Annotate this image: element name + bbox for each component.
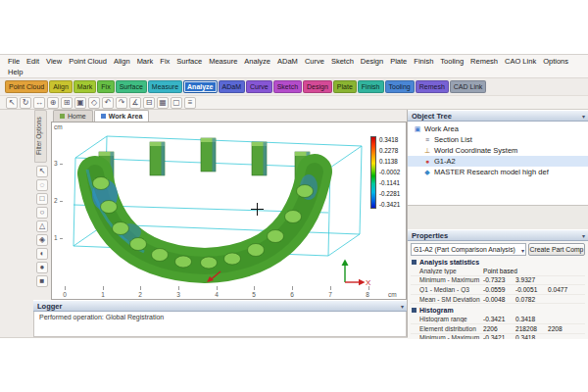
measure-icon[interactable]: ∡ (129, 97, 141, 109)
tab-home[interactable]: Home (53, 110, 93, 122)
undo-icon[interactable]: ↶ (102, 97, 114, 109)
analysis-selector[interactable]: G1-A2 (Part Comparison Analysis) ▾ (411, 243, 526, 256)
ribbon-tab-plate[interactable]: Plate (333, 80, 357, 93)
menu-plate[interactable]: Plate (389, 57, 408, 66)
ribbon-tab-point-cloud[interactable]: Point Cloud (5, 80, 48, 93)
grid-icon[interactable]: ▦ (157, 97, 169, 109)
settings-icon[interactable]: ≡ (184, 97, 196, 109)
collapse-caret-icon[interactable]: ▾ (582, 112, 585, 122)
menu-surface[interactable]: Surface (175, 57, 203, 66)
clear-select-icon[interactable]: ■ (36, 275, 48, 287)
ribbon-tab-curve[interactable]: Curve (246, 80, 272, 93)
menu-analyze[interactable]: Analyze (243, 57, 271, 66)
menu-align[interactable]: Align (113, 57, 131, 66)
property-row: Histogram range -0.3421 0.3418 (411, 315, 585, 324)
rotate-view-icon[interactable]: ↻ (20, 97, 31, 109)
zoom-fit-icon[interactable]: ⊞ (61, 97, 73, 109)
menu-point-cloud[interactable]: Point Cloud (68, 57, 108, 66)
crosshair-cursor (251, 203, 264, 216)
section-bullet-icon (412, 260, 416, 265)
tree-item-section-list[interactable]: ≡ Section List (408, 134, 588, 145)
paint-select-icon[interactable]: ◈ (36, 234, 48, 246)
menubar-row-2: Help (7, 67, 581, 77)
ribbon-tab-align[interactable]: Align (49, 80, 73, 93)
property-row: Minimum - Maximum -0.7323 3.9327 (411, 276, 585, 286)
logger-header[interactable]: Logger ▾ (33, 300, 407, 312)
ribbon-tab-finish[interactable]: Finish (358, 80, 384, 93)
invert-select-icon[interactable]: ◐ (36, 248, 48, 260)
menu-curve[interactable]: Curve (304, 57, 325, 66)
menu-adam[interactable]: ADaM (276, 57, 299, 66)
home-tab-icon (60, 114, 65, 119)
menu-measure[interactable]: Measure (208, 57, 238, 66)
ribbon-tab-measure[interactable]: Measure (148, 80, 182, 93)
menu-design[interactable]: Design (360, 57, 384, 66)
menu-help[interactable]: Help (7, 68, 24, 76)
menu-sketch[interactable]: Sketch (330, 57, 355, 66)
property-value: 2208 (548, 325, 580, 332)
menu-cao-link[interactable]: CAO Link (504, 57, 537, 66)
ribbon-tab-remesh[interactable]: Remesh (416, 80, 449, 93)
filter-options-tab[interactable]: Filter Options (34, 110, 47, 163)
menu-tooling[interactable]: Tooling (439, 57, 465, 66)
tree-item-world-coordinate-system[interactable]: ⊥ World Coordinate System (408, 145, 588, 156)
ribbon-tab-surface[interactable]: Surface (116, 80, 147, 93)
capture-icon[interactable]: ▢ (171, 97, 182, 109)
ribbon-tab-fix[interactable]: Fix (97, 80, 114, 93)
model-canvas[interactable]: cm 3 2 1 0 1 2 3 4 5 6 7 8 cm (51, 122, 407, 300)
ribbon-tab-cad-link[interactable]: CAD Link (450, 80, 487, 93)
menubar-row-1: File Edit View Point Cloud Align Mark Fi… (7, 56, 581, 67)
ribbon-tab-design[interactable]: Design (303, 80, 332, 93)
orientation-axes: X (336, 258, 371, 287)
ribbon-tab-adam[interactable]: ADaM (219, 80, 245, 93)
tree-item-work-area[interactable]: ▣ Work Area (408, 123, 588, 134)
view-front-icon[interactable]: ▣ (74, 97, 86, 109)
polygon-select-icon[interactable]: △ (36, 220, 48, 232)
coordinate-system-icon: ⊥ (423, 147, 431, 155)
legend-value: -0.0002 (379, 167, 400, 177)
circle-select-icon[interactable]: ○ (36, 207, 48, 219)
grow-select-icon[interactable]: ● (36, 262, 48, 273)
select-tool-icon[interactable]: ↖ (6, 97, 18, 109)
main-area: Filter Options ↖ ◌ □ ○ △ ◈ ◐ ● ■ (0, 110, 588, 337)
object-tree-header[interactable]: Object Tree ▾ (408, 110, 588, 122)
ruler-unit-top: cm (54, 123, 63, 130)
collapse-caret-icon[interactable]: ▾ (582, 231, 585, 242)
menu-mark[interactable]: Mark (136, 57, 155, 66)
dental-model[interactable] (66, 130, 369, 287)
tree-item-master-model[interactable]: ◆ MASTER Research model high def (408, 167, 588, 177)
properties-title: Properties (412, 231, 448, 240)
menu-fix[interactable]: Fix (159, 57, 171, 66)
tree-item-g1-a2[interactable]: ● G1-A2 (408, 156, 588, 167)
zoom-icon[interactable]: ⊕ (47, 97, 59, 109)
menu-options[interactable]: Options (542, 57, 569, 66)
analysis-statistics-section-title: Analysis statistics (412, 259, 585, 266)
section-icon[interactable]: ⊟ (143, 97, 155, 109)
rect-select-icon[interactable]: □ (36, 193, 48, 205)
property-row: Analyze type Point based (411, 267, 585, 276)
ribbon-tab-sketch[interactable]: Sketch (273, 80, 302, 93)
property-value: -0.0559 (483, 286, 515, 293)
ribbon-tab-analyze[interactable]: Analyze (183, 80, 217, 93)
lasso-select-icon[interactable]: ◌ (36, 179, 48, 191)
pan-view-icon[interactable]: ↔ (33, 97, 45, 109)
legend-value: 0.3418 (379, 134, 400, 145)
view-iso-icon[interactable]: ◇ (88, 97, 100, 109)
ribbon-tab-tooling[interactable]: Tooling (385, 80, 415, 93)
tab-work-area[interactable]: Work Area (94, 110, 150, 122)
section-list-icon: ≡ (423, 136, 431, 143)
select-cursor-icon[interactable]: ↖ (36, 166, 48, 177)
menu-finish[interactable]: Finish (413, 57, 434, 66)
properties-header[interactable]: Properties ▾ (408, 229, 588, 241)
property-label: Minimum - Maximum (411, 276, 483, 283)
property-value: 0.0477 (548, 286, 580, 293)
menu-file[interactable]: File (7, 57, 21, 66)
redo-icon[interactable]: ↷ (116, 97, 127, 109)
menu-edit[interactable]: Edit (25, 57, 40, 66)
ribbon-tab-mark[interactable]: Mark (74, 80, 97, 93)
legend-value: -0.2281 (379, 188, 400, 199)
create-part-comparison-button[interactable]: Create Part Comp (528, 243, 585, 256)
property-label: Minimum - Maximum (411, 334, 483, 339)
menu-remesh[interactable]: Remesh (469, 57, 499, 66)
menu-view[interactable]: View (45, 57, 63, 66)
